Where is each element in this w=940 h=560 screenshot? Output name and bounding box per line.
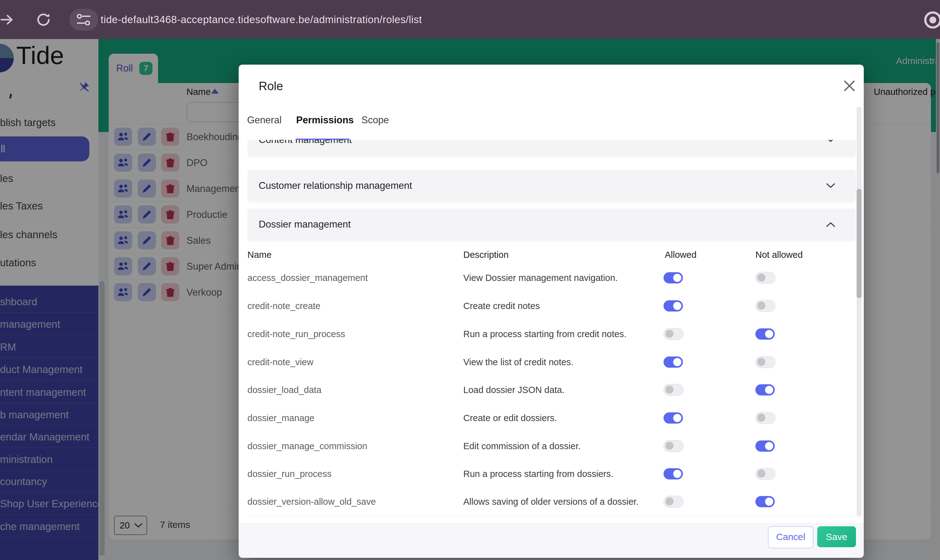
permission-row: dossier_run_process Run a process starti… xyxy=(247,460,856,488)
allowed-toggle[interactable] xyxy=(664,496,684,508)
section-label: Dossier management xyxy=(259,219,351,230)
permission-name: dossier_load_data xyxy=(247,385,321,395)
role-dialog: Role General Permissions Scope Content m… xyxy=(239,65,864,557)
modal-scrollbar-track[interactable] xyxy=(857,107,861,517)
not-allowed-toggle[interactable] xyxy=(755,468,775,480)
allowed-toggle[interactable] xyxy=(664,357,683,368)
section-label: Customer relationship management xyxy=(259,180,412,191)
allowed-toggle[interactable] xyxy=(664,328,684,340)
permission-row: credit-note_run_process Run a process st… xyxy=(247,320,856,348)
permission-name: dossier_version-allow_old_save xyxy=(247,497,376,507)
modal-scrollbar-thumb[interactable] xyxy=(857,189,861,298)
section-label: Content management xyxy=(259,140,352,145)
url-bar[interactable]: tide-default3468-acceptance.tidesoftware… xyxy=(100,0,422,39)
close-icon[interactable] xyxy=(842,78,857,93)
permission-row: dossier_manage_commission Edit commissio… xyxy=(247,432,856,460)
cancel-button[interactable]: Cancel xyxy=(768,526,813,548)
permission-name: dossier_manage_commission xyxy=(247,441,367,451)
permission-description: Create credit notes xyxy=(463,301,540,311)
allowed-toggle[interactable] xyxy=(664,300,683,312)
permission-name: credit-note_run_process xyxy=(247,329,345,339)
permission-description: View Dossier management navigation. xyxy=(463,273,617,283)
not-allowed-toggle[interactable] xyxy=(755,496,775,507)
permission-row: dossier_load_data Load dossier JSON data… xyxy=(247,376,856,404)
allowed-toggle[interactable] xyxy=(664,412,683,424)
site-info-button[interactable] xyxy=(69,9,98,31)
site-info-icon xyxy=(77,14,91,25)
tab-permissions[interactable]: Permissions xyxy=(296,115,353,126)
toggle-knob xyxy=(765,330,773,338)
toggle-knob xyxy=(665,386,673,394)
toggle-knob xyxy=(757,302,766,310)
toggle-knob xyxy=(673,414,681,422)
save-button[interactable]: Save xyxy=(817,526,856,547)
permission-description: Run a process starting from dossiers. xyxy=(463,469,613,479)
not-allowed-toggle[interactable] xyxy=(755,384,775,395)
toggle-knob xyxy=(757,358,766,366)
tab-scope[interactable]: Scope xyxy=(361,115,389,126)
perm-header-not-allowed: Not allowed xyxy=(755,250,803,260)
forward-icon[interactable] xyxy=(1,13,13,26)
allowed-toggle[interactable] xyxy=(664,384,684,396)
permission-row: dossier_manage Create or edit dossiers. xyxy=(247,404,856,432)
toggle-knob xyxy=(765,442,773,450)
reload-icon[interactable] xyxy=(36,12,51,28)
section-dossier-management[interactable]: Dossier management xyxy=(247,209,856,240)
permission-description: Run a process starting from credit notes… xyxy=(463,329,627,339)
section-content-management[interactable]: Content management xyxy=(247,140,856,156)
permission-description: Edit commission of a dossier. xyxy=(463,441,581,451)
permission-name: credit-note_view xyxy=(247,357,313,367)
profile-icon[interactable] xyxy=(923,11,940,29)
permission-row: credit-note_create Create credit notes xyxy=(247,292,856,320)
tab-general[interactable]: General xyxy=(247,115,281,126)
toggle-knob xyxy=(757,414,766,422)
not-allowed-toggle[interactable] xyxy=(755,412,775,424)
browser-toolbar: tide-default3468-acceptance.tidesoftware… xyxy=(0,0,940,39)
permission-name: dossier_manage xyxy=(247,413,314,423)
toggle-knob xyxy=(765,386,773,394)
not-allowed-toggle[interactable] xyxy=(755,440,775,452)
toggle-knob xyxy=(757,469,766,478)
permission-row: credit-note_view View the list of credit… xyxy=(247,348,856,376)
screen: tide-default3468-acceptance.tidesoftware… xyxy=(0,0,940,560)
chevron-up-icon xyxy=(826,221,836,228)
chevron-down-icon xyxy=(826,183,836,189)
permission-description: Load dossier JSON data. xyxy=(463,385,565,395)
not-allowed-toggle[interactable] xyxy=(755,300,775,312)
permission-description: Create or edit dossiers. xyxy=(463,413,557,423)
permissions-scroll-area: Content management Customer relationship… xyxy=(247,140,856,517)
toggle-knob xyxy=(665,442,673,450)
allowed-toggle[interactable] xyxy=(664,468,683,480)
not-allowed-toggle[interactable] xyxy=(755,328,775,340)
toggle-knob xyxy=(665,330,673,338)
perm-header-name: Name xyxy=(247,250,272,260)
toggle-knob xyxy=(673,302,681,310)
not-allowed-toggle[interactable] xyxy=(755,272,775,284)
permission-name: access_dossier_management xyxy=(247,273,368,283)
permission-description: View the list of credit notes. xyxy=(463,357,573,367)
toggle-knob xyxy=(757,274,766,282)
toggle-knob xyxy=(673,274,681,282)
section-customer-relationship-management[interactable]: Customer relationship management xyxy=(247,170,856,202)
perm-header-description: Description xyxy=(463,250,509,260)
permission-name: credit-note_create xyxy=(247,301,321,311)
allowed-toggle[interactable] xyxy=(664,440,684,452)
dialog-footer: Cancel Save xyxy=(239,523,864,558)
perm-header-allowed: Allowed xyxy=(665,250,697,260)
toggle-knob xyxy=(673,358,681,366)
permission-name: dossier_run_process xyxy=(247,469,332,479)
dialog-title: Role xyxy=(259,80,283,93)
chevron-down-icon xyxy=(826,140,836,143)
toggle-knob xyxy=(765,498,773,506)
permission-description: Allows saving of older versions of a dos… xyxy=(463,497,639,507)
allowed-toggle[interactable] xyxy=(664,272,683,283)
toggle-knob xyxy=(665,497,673,505)
permission-row: dossier_version-allow_old_save Allows sa… xyxy=(247,488,856,516)
permission-row: access_dossier_management View Dossier m… xyxy=(247,264,856,292)
toggle-knob xyxy=(673,470,681,478)
not-allowed-toggle[interactable] xyxy=(755,356,775,368)
